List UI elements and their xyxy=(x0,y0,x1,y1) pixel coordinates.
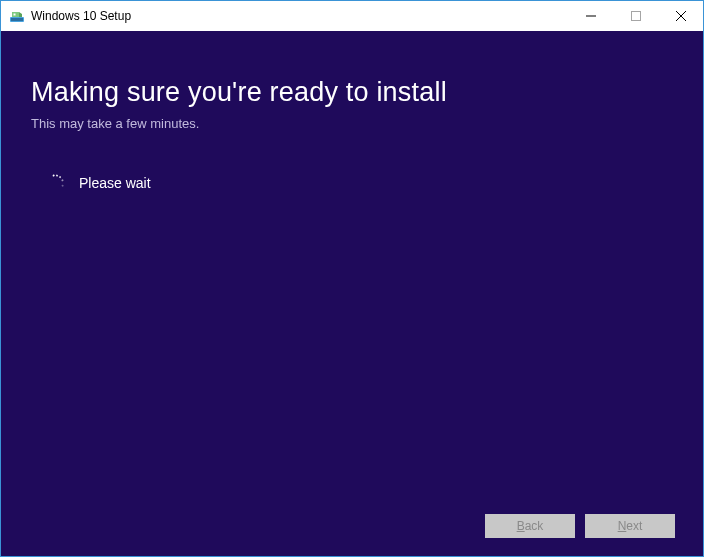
svg-rect-2 xyxy=(14,14,16,16)
svg-rect-1 xyxy=(11,18,23,21)
svg-rect-3 xyxy=(586,16,596,17)
window-title: Windows 10 Setup xyxy=(31,9,131,23)
maximize-icon xyxy=(631,11,641,21)
spinner-icon xyxy=(45,173,65,193)
page-subheading: This may take a few minutes. xyxy=(31,116,673,131)
setup-icon xyxy=(9,8,25,24)
setup-window: Windows 10 Setup Making sure you're read… xyxy=(0,0,704,557)
titlebar-left: Windows 10 Setup xyxy=(9,8,131,24)
wait-text: Please wait xyxy=(79,175,151,191)
wait-row: Please wait xyxy=(45,173,673,193)
window-controls xyxy=(568,1,703,31)
titlebar: Windows 10 Setup xyxy=(1,1,703,31)
footer-buttons: Back Next xyxy=(485,514,675,538)
minimize-button[interactable] xyxy=(568,1,613,31)
close-button[interactable] xyxy=(658,1,703,31)
minimize-icon xyxy=(586,11,596,21)
svg-rect-4 xyxy=(631,12,640,21)
back-button: Back xyxy=(485,514,575,538)
next-button: Next xyxy=(585,514,675,538)
maximize-button xyxy=(613,1,658,31)
page-heading: Making sure you're ready to install xyxy=(31,77,673,108)
close-icon xyxy=(676,11,686,21)
content-area: Making sure you're ready to install This… xyxy=(1,31,703,556)
